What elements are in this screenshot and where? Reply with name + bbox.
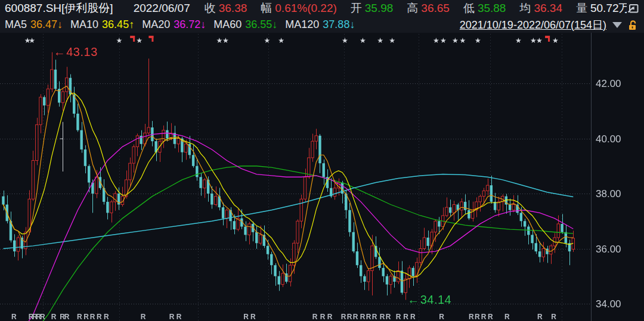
date-range-label[interactable]: 2021/10/19-2022/06/07(154日) xyxy=(460,18,606,32)
quote-field: 低35.88 xyxy=(463,1,506,16)
quote-field-value: 35.88 xyxy=(478,2,506,15)
quote-field-label: 均 xyxy=(519,1,531,16)
quote-field: 收36.38 xyxy=(205,1,247,16)
candlestick-chart[interactable] xyxy=(0,33,644,321)
popout-window-icon[interactable] xyxy=(627,3,639,14)
ma-item-value: 36.47↓ xyxy=(30,18,63,31)
quote-fields: 收36.38幅0.61%(0.22)开35.98高36.65低35.88均36.… xyxy=(205,1,627,16)
ma-item: MA2036.72↓ xyxy=(142,18,206,31)
ma-item: MA12037.88↓ xyxy=(285,18,355,31)
quote-field-label: 收 xyxy=(205,1,216,16)
quote-field: 高36.65 xyxy=(407,1,450,16)
period-high-annotation: ←43.13 xyxy=(54,45,98,59)
ma-item-label: MA20 xyxy=(142,18,170,31)
ma-item-value: 36.72↓ xyxy=(174,18,206,31)
period-low-value: 34.14 xyxy=(420,293,452,306)
quote-field-value: 50.72万 xyxy=(590,1,627,16)
period-low-annotation: ←34.14 xyxy=(407,293,451,307)
quote-field: 幅0.61%(0.22) xyxy=(261,1,337,16)
ma-item-label: MA10 xyxy=(70,18,98,31)
range-selector[interactable]: 2021/10/19-2022/06/07(154日) xyxy=(460,18,639,32)
ma-item-label: MA5 xyxy=(5,18,27,31)
ma-values: MA536.47↓MA1036.45↑MA2036.72↓MA6036.55↓M… xyxy=(5,18,363,31)
period-high-value: 43.13 xyxy=(66,45,98,58)
ma-indicator-bar: MA536.47↓MA1036.45↑MA2036.72↓MA6036.55↓M… xyxy=(0,17,644,33)
quote-field-label: 开 xyxy=(351,1,362,16)
ma-item: MA536.47↓ xyxy=(5,18,63,31)
quote-field-label: 幅 xyxy=(261,1,272,16)
ma-item-label: MA60 xyxy=(213,18,242,31)
quote-field-label: 高 xyxy=(407,1,418,16)
quote-field-value: 0.61%(0.22) xyxy=(275,2,337,15)
ma-item: MA1036.45↑ xyxy=(70,18,134,31)
left-arrow-icon: ← xyxy=(407,293,420,306)
chevron-down-icon[interactable] xyxy=(612,22,622,28)
quote-field: 量50.72万 xyxy=(576,1,627,16)
ma-item: MA6036.55↓ xyxy=(213,18,277,31)
stock-symbol[interactable]: 600887.SH[伊利股份] xyxy=(5,1,113,16)
quote-field-value: 36.65 xyxy=(421,2,450,15)
quote-field-label: 量 xyxy=(576,1,587,16)
ma-item-value: 37.88↓ xyxy=(323,18,355,31)
ma-item-value: 36.45↑ xyxy=(102,18,134,31)
ma-item-value: 36.55↓ xyxy=(245,18,277,31)
quote-field-value: 36.38 xyxy=(219,2,247,15)
quote-field: 均36.34 xyxy=(519,1,562,16)
left-arrow-icon: ← xyxy=(54,45,66,58)
quote-field-label: 低 xyxy=(463,1,475,16)
quote-field-value: 35.98 xyxy=(365,2,394,15)
quote-date: 2022/06/07 xyxy=(134,2,190,15)
ma-item-label: MA120 xyxy=(285,18,319,31)
stock-chart-window: 600887.SH[伊利股份] 2022/06/07 收36.38幅0.61%(… xyxy=(0,0,644,33)
chart-area: ←43.13 ←34.14 xyxy=(0,33,644,321)
unlock-icon[interactable] xyxy=(628,20,638,30)
quote-field-value: 36.34 xyxy=(534,2,562,15)
quote-field: 开35.98 xyxy=(351,1,394,16)
quote-header-bar: 600887.SH[伊利股份] 2022/06/07 收36.38幅0.61%(… xyxy=(0,0,644,17)
